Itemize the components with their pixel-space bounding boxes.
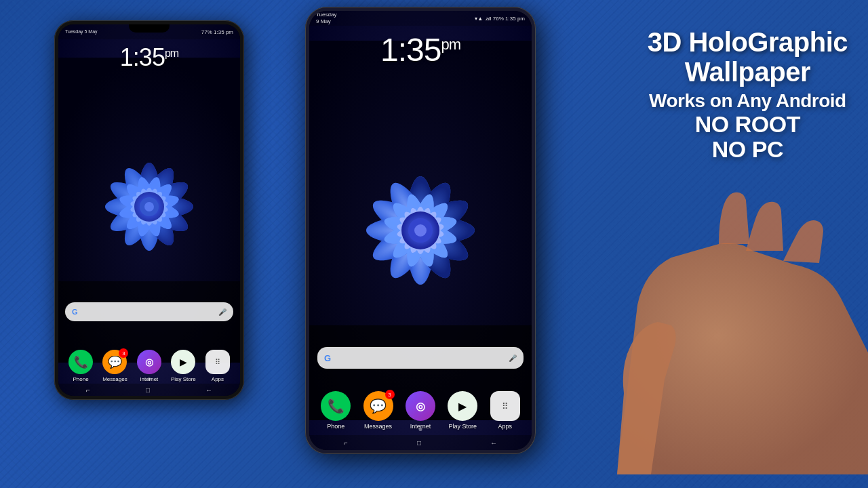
phone1-nav-bar: ⌐ □ ←	[58, 384, 240, 396]
phone1-messages-app[interactable]: 💬 3 Messages	[102, 350, 127, 382]
messages-badge-2: 3	[385, 390, 395, 399]
title-line5: NO PC	[648, 137, 848, 162]
phone2-search-bar[interactable]: G 🎤	[317, 347, 524, 369]
mic-icon: 🎤	[218, 308, 226, 316]
messages-badge: 3	[119, 348, 128, 358]
phone2-app-dock: 📞 Phone 💬 3 Messages ◎ Internet ▶ Play	[309, 391, 532, 430]
phone1-home-dot	[148, 378, 151, 381]
phone2-date: Tuesday9 May	[316, 12, 336, 24]
home-btn-2[interactable]: □	[417, 439, 421, 447]
phone2-phone-app[interactable]: 📞 Phone	[321, 391, 351, 430]
apps-label-2: Apps	[498, 423, 512, 430]
phone-icon-2[interactable]: 📞	[321, 391, 351, 421]
phone2-playstore-app[interactable]: ▶ Play Store	[448, 391, 477, 430]
messages-label-2: Messages	[364, 423, 392, 430]
recent-btn-2[interactable]: ⌐	[344, 439, 348, 447]
phone1-playstore-app[interactable]: ▶ Play Store	[171, 350, 196, 382]
title-overlay: 3D HoloGraphic Wallpaper Works on Any An…	[648, 27, 848, 163]
playstore-label: Play Store	[171, 376, 196, 382]
phone1-status-right: 77% 1:35 pm	[201, 29, 233, 35]
back-btn[interactable]: ←	[205, 386, 212, 394]
phone1-notch	[129, 24, 170, 33]
title-line4: NO ROOT	[648, 112, 848, 137]
phone-left: Tuesday 5 May 77% 1:35 pm 1:35pm G 🎤 📞	[54, 20, 244, 400]
phone1-phone-app[interactable]: 📞 Phone	[68, 350, 93, 382]
phone2-internet-app[interactable]: ◎ Internet	[406, 391, 435, 430]
apps-label: Apps	[212, 376, 224, 382]
google-icon-2: G	[324, 353, 331, 363]
apps-icon[interactable]: ⠿	[205, 350, 230, 374]
title-line3: Works on Any Android	[648, 91, 848, 112]
phone-icon[interactable]: 📞	[68, 350, 93, 374]
home-btn[interactable]: □	[146, 386, 150, 394]
phone2-time: 1:35pm	[380, 32, 460, 68]
messages-icon-2[interactable]: 💬 3	[363, 391, 393, 421]
phone2-status-right: ▾▲ .all 76% 1:35 pm	[475, 16, 525, 22]
internet-icon[interactable]: ◎	[137, 350, 161, 374]
mic-icon-2: 🎤	[509, 354, 517, 362]
messages-label: Messages	[102, 376, 127, 382]
phone2-screen: Tuesday9 May ▾▲ .all 76% 1:35 pm 1:35pm …	[309, 11, 532, 450]
phone1-clock: 1:35pm	[58, 43, 240, 72]
phone1-wallpaper	[58, 24, 240, 396]
phone-right: Tuesday9 May ▾▲ .all 76% 1:35 pm 1:35pm …	[305, 7, 536, 454]
phone2-home-dot	[419, 428, 422, 431]
svg-point-74	[414, 224, 427, 237]
phone1-time: 1:35pm	[120, 43, 178, 71]
internet-icon-2[interactable]: ◎	[406, 391, 435, 421]
phone2-messages-app[interactable]: 💬 3 Messages	[363, 391, 393, 430]
title-line2: Wallpaper	[648, 57, 848, 87]
phone2-apps-app[interactable]: ⠿ Apps	[490, 391, 520, 430]
phone1-search-bar[interactable]: G 🎤	[65, 302, 233, 321]
phone1-date: Tuesday 5 May	[65, 29, 98, 35]
playstore-label-2: Play Store	[449, 423, 477, 430]
svg-point-36	[144, 202, 154, 211]
back-btn-2[interactable]: ←	[490, 439, 497, 447]
playstore-icon[interactable]: ▶	[171, 350, 195, 374]
phone2-status-bar: Tuesday9 May ▾▲ .all 76% 1:35 pm	[309, 11, 532, 26]
recent-btn[interactable]: ⌐	[86, 386, 90, 394]
phone2-nav-bar: ⌐ □ ←	[309, 435, 532, 450]
title-line1: 3D HoloGraphic	[648, 27, 848, 57]
phone2-clock: 1:35pm	[309, 31, 532, 68]
messages-icon[interactable]: 💬 3	[102, 350, 127, 374]
playstore-icon-2[interactable]: ▶	[448, 391, 477, 421]
google-icon: G	[72, 308, 78, 316]
phone-label: Phone	[73, 376, 88, 382]
phone2-wallpaper	[309, 11, 532, 450]
phone-label-2: Phone	[327, 423, 344, 430]
phone1-screen: Tuesday 5 May 77% 1:35 pm 1:35pm G 🎤 📞	[58, 24, 240, 396]
apps-icon-2[interactable]: ⠿	[490, 391, 520, 421]
phone1-apps-app[interactable]: ⠿ Apps	[205, 350, 230, 382]
